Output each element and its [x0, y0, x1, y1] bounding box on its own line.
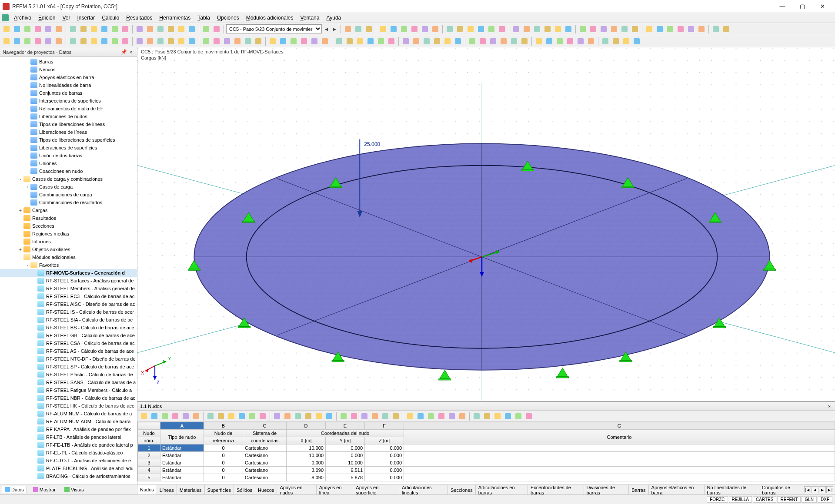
toolbar-button[interactable] — [135, 36, 144, 46]
toolbar-button[interactable] — [339, 411, 348, 421]
loadcase-combo[interactable]: CC5 - Paso 5/23 Conjunto de movimier — [226, 24, 322, 33]
toolbar-button[interactable] — [621, 36, 631, 46]
table-row[interactable]: 2Estándar0Cartesiano-10.0000.0000.000 — [138, 452, 835, 459]
table-row[interactable]: 4Estándar0Cartesiano3.0909.5110.000 — [138, 467, 835, 474]
status-cell[interactable]: REJILLA — [729, 496, 752, 503]
col-A[interactable]: A — [160, 422, 204, 430]
toolbar-button[interactable] — [401, 36, 411, 46]
col-corner[interactable] — [138, 422, 160, 430]
toolbar-button[interactable] — [170, 411, 180, 421]
toolbar-button[interactable] — [487, 24, 496, 34]
tree-item[interactable]: RF-ALUMINUM ADM - Cálculo de barra — [0, 418, 137, 425]
tree-item[interactable]: Tipos de liberaciones de líneas — [0, 120, 137, 128]
tree-item[interactable]: Intersecciones de superficies — [0, 97, 137, 105]
status-cell[interactable]: DXF — [818, 496, 832, 503]
hdr-num[interactable]: núm. — [138, 437, 160, 444]
toolbar-button[interactable] — [578, 24, 588, 34]
toolbar-button[interactable] — [509, 36, 519, 46]
table-tab[interactable]: Sólidos — [234, 485, 255, 494]
toolbar-button[interactable] — [187, 36, 197, 46]
toolbar-button[interactable] — [665, 24, 675, 34]
menu-ayuda[interactable]: Ayuda — [323, 14, 344, 22]
table-tab[interactable]: Superficies — [205, 485, 234, 494]
tree-item[interactable]: Nervios — [0, 66, 137, 73]
tree-item[interactable]: RF-STEEL BS - Cálculo de barras de ace — [0, 324, 137, 332]
toolbar-button[interactable] — [482, 411, 492, 421]
tree-item[interactable]: Secciones — [0, 222, 137, 230]
toolbar-button[interactable] — [391, 411, 401, 421]
toolbar-button[interactable] — [721, 24, 731, 34]
toolbar-button[interactable] — [544, 36, 554, 46]
tree-item[interactable]: Liberaciones de superficies — [0, 144, 137, 152]
toolbar-button[interactable] — [12, 24, 22, 34]
table-tab[interactable]: Conjuntos de barras — [759, 485, 804, 494]
tree-item[interactable]: RF-STEEL CSA - Cálculo de barras de ac — [0, 339, 137, 347]
table-tab[interactable]: Líneas — [157, 485, 177, 494]
toolbar-button[interactable] — [334, 36, 344, 46]
toolbar-button[interactable] — [511, 24, 521, 34]
toolbar-button[interactable] — [399, 24, 409, 34]
toolbar-button[interactable] — [177, 36, 186, 46]
toolbar-button[interactable] — [711, 24, 721, 34]
toolbar-button[interactable] — [555, 36, 564, 46]
tree-item[interactable]: RF-EL-PL - Cálculo elástico-plástico — [0, 449, 137, 457]
table-tab[interactable]: Apoyos en nudos — [277, 485, 316, 494]
toolbar-button[interactable] — [237, 411, 247, 421]
toolbar-button[interactable] — [150, 411, 159, 421]
toolbar-button[interactable] — [478, 36, 488, 46]
toolbar-button[interactable] — [514, 411, 523, 421]
table-tab[interactable]: Nudos — [137, 485, 157, 494]
toolbar-button[interactable] — [488, 36, 498, 46]
table-row[interactable]: 3Estándar0Cartesiano0.00010.0000.000 — [138, 459, 835, 467]
toolbar-button[interactable] — [201, 36, 211, 46]
toolbar-button[interactable] — [268, 36, 277, 46]
tree-item[interactable]: RF-STEEL HK - Cálculo de barras de ace — [0, 402, 137, 410]
toolbar-button[interactable] — [405, 411, 415, 421]
tree-item[interactable]: RF-STEEL NBR - Cálculo de barras de ac — [0, 394, 137, 402]
menu-archivo[interactable]: Archivo — [10, 14, 35, 22]
toolbar-button[interactable] — [410, 24, 419, 34]
tree-item[interactable]: Combinaciones de resultados — [0, 199, 137, 206]
toolbar-button[interactable] — [120, 24, 130, 34]
tree-item[interactable]: Barras — [0, 58, 137, 66]
toolbar-button[interactable] — [110, 36, 120, 46]
toolbar-button[interactable] — [366, 36, 375, 46]
table-tab[interactable]: Articulaciones lineales — [399, 485, 448, 494]
tree-item[interactable]: RF-STEEL NTC-DF - Diseño de barras de — [0, 355, 137, 363]
col-F[interactable]: F — [365, 422, 404, 430]
tree-item[interactable]: Coacciones en nudo — [0, 167, 137, 175]
tree-item[interactable]: RF-STEEL AS - Cálculo de barras de ace — [0, 347, 137, 355]
toolbar-button[interactable] — [89, 24, 99, 34]
toolbar-button[interactable] — [43, 36, 53, 46]
toolbar-button[interactable] — [156, 36, 165, 46]
toolbar-button[interactable] — [68, 36, 78, 46]
table-tab[interactable]: Barras — [629, 485, 648, 494]
toolbar-button[interactable] — [254, 36, 263, 46]
toolbar-button[interactable] — [12, 36, 22, 46]
tree-item[interactable]: RF-FE-LTB - Análisis de pandeo lateral p — [0, 441, 137, 449]
menu-módulos adicionales[interactable]: Módulos adicionales — [243, 14, 297, 22]
table-tab[interactable]: Articulaciones en barras — [476, 485, 528, 494]
toolbar-button[interactable] — [447, 411, 457, 421]
tree-item[interactable]: RF-MOVE-Surfaces - Generación d — [0, 269, 137, 277]
toolbar-button[interactable] — [543, 24, 552, 34]
tree-item[interactable]: RF-STEEL Fatigue Members - Cálculo a — [0, 386, 137, 394]
toolbar-button[interactable] — [23, 24, 32, 34]
toolbar-button[interactable] — [145, 36, 155, 46]
toolbar-button[interactable] — [586, 36, 596, 46]
toolbar-button[interactable] — [499, 36, 508, 46]
toolbar-button[interactable] — [201, 24, 211, 34]
tree-item[interactable]: RF-STEEL EC3 - Cálculo de barras de ac — [0, 292, 137, 300]
toolbar-button[interactable] — [599, 24, 608, 34]
toolbar-button[interactable] — [243, 36, 253, 46]
toolbar-button[interactable] — [411, 36, 421, 46]
tree-item[interactable]: Liberaciones de nudos — [0, 113, 137, 120]
tree-item[interactable]: RF-C-TO-T - Análisis de relaciones de e — [0, 457, 137, 464]
toolbar-button[interactable] — [576, 36, 585, 46]
pin-icon[interactable]: 📌 — [120, 49, 127, 55]
hdr-y[interactable]: Y [m] — [326, 437, 365, 444]
toolbar-button[interactable] — [191, 411, 201, 421]
toolbar-button[interactable] — [645, 24, 654, 34]
menu-resultados[interactable]: Resultados — [123, 14, 156, 22]
toolbar-button[interactable] — [304, 411, 313, 421]
